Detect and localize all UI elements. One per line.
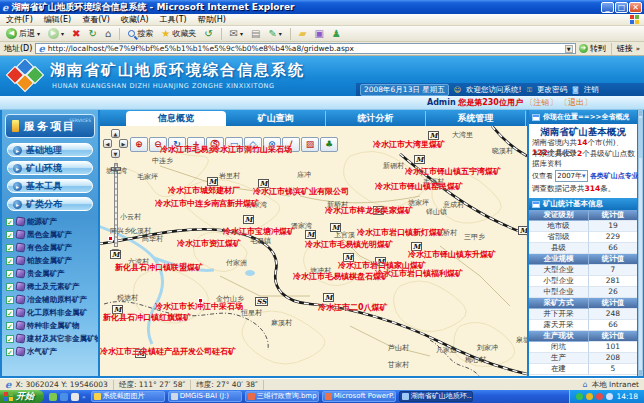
layer-label[interactable]: 建材及其它非金属矿物: [27, 334, 98, 344]
mine-label[interactable]: 冷水江市大湾里煤矿: [373, 139, 445, 150]
scroll-thumb[interactable]: [639, 118, 642, 158]
menu-item[interactable]: 查看(V): [82, 14, 110, 25]
refresh-button[interactable]: ↻: [86, 28, 98, 40]
favorites-button[interactable]: ★收藏夹: [159, 27, 198, 40]
back-button[interactable]: ◀后退▾: [4, 27, 42, 40]
mine-marker[interactable]: M: [243, 215, 254, 224]
layer-checkbox[interactable]: ✓: [6, 296, 14, 304]
mine-label[interactable]: 冷水江市宝塘冲煤矿: [223, 226, 295, 237]
welcome-link[interactable]: 欢迎您访问系统!: [466, 85, 522, 95]
panel-scrollbar[interactable]: [638, 110, 643, 376]
mine-label[interactable]: 冷水江市二0八煤矿: [318, 302, 388, 313]
mine-marker[interactable]: M: [305, 230, 316, 239]
mine-label[interactable]: 冷水江市三尖镇硅产品开发公司硅石矿: [100, 346, 236, 357]
tray-icon[interactable]: [606, 393, 613, 400]
mine-label[interactable]: 冷水江市洞竹山采石场: [212, 144, 292, 155]
mine-marker[interactable]: M: [414, 155, 425, 164]
forward-button[interactable]: ▶▾: [46, 27, 66, 40]
mine-label[interactable]: 冷水江市毛易镇光明煤矿: [305, 239, 393, 250]
sidebar-menu-button[interactable]: ▸ 基础地理: [7, 143, 93, 157]
mine-label[interactable]: 冷水江市铎山镇东升煤矿: [408, 249, 496, 260]
sidebar-menu-button[interactable]: ▸ 矿类分布: [7, 197, 93, 211]
quick-launch-chevron[interactable]: »: [82, 393, 86, 400]
task-button[interactable]: 湖南省矿山地质环...: [399, 391, 473, 402]
folders-button[interactable]: ▰: [297, 28, 309, 40]
mine-label[interactable]: 冷水江市铎山镇五宇湾煤矿: [405, 166, 501, 177]
layer-label[interactable]: 能源矿产: [27, 217, 57, 227]
mine-label[interactable]: 冷水江市毛易镇棋盘石煤矿: [293, 271, 389, 282]
mine-label[interactable]: 冷水江市资江煤矿: [177, 238, 241, 249]
map-tool-button[interactable]: ⊕: [130, 137, 148, 152]
category-link[interactable]: 各类矿山点专业: [590, 172, 639, 180]
print-button[interactable]: ▤: [249, 28, 262, 40]
menu-item[interactable]: 收藏(A): [121, 14, 149, 25]
tray-icon[interactable]: [596, 393, 603, 400]
close-button[interactable]: ✕: [629, 2, 642, 13]
mine-label[interactable]: 冷水江市梓龙乡吴家煤矿: [325, 205, 413, 216]
history-button[interactable]: ↺: [202, 28, 214, 40]
minimize-button[interactable]: _: [601, 2, 614, 13]
menu-item[interactable]: 工具(T): [160, 14, 187, 25]
layer-label[interactable]: 稀土及元素矿产: [27, 282, 80, 292]
layer-checkbox[interactable]: ✓: [6, 283, 14, 291]
tab[interactable]: 统计分析: [326, 111, 426, 126]
sidebar-menu-button[interactable]: ▸ 矿山环境: [7, 161, 93, 175]
map-view[interactable]: ▲ ◀ ▶ ▼ − ⊕⊖↻+Ⓢ▭◇⊙∕▨♣ MMMMMMMMMMMMMMMM S…: [100, 126, 527, 376]
layer-checkbox[interactable]: ✓: [6, 335, 14, 343]
layer-checkbox[interactable]: ✓: [6, 348, 14, 356]
layer-checkbox[interactable]: ✓: [6, 218, 14, 226]
exit-link[interactable]: 〔退出〕: [560, 98, 592, 107]
layer-label[interactable]: 冶金辅助原料矿产: [27, 295, 87, 305]
menu-item[interactable]: 帮助(H): [198, 14, 226, 25]
layer-label[interactable]: 黑色金属矿产: [27, 230, 72, 240]
start-button[interactable]: 开始: [0, 390, 44, 403]
mine-label[interactable]: 冷水江市锑滨矿业有限公司: [253, 186, 349, 197]
task-button[interactable]: DMGIS-BAI (J:): [168, 391, 242, 402]
mine-marker[interactable]: M: [323, 293, 334, 302]
layer-label[interactable]: 水气矿产: [27, 347, 57, 357]
url-dropdown-button[interactable]: ▼: [565, 45, 573, 53]
mine-label[interactable]: 冷水江市长冲江中采石场: [155, 301, 243, 312]
map-tool-button[interactable]: ▨: [301, 137, 319, 152]
mine-label[interactable]: 新化县石冲口镇红旗煤矿: [103, 312, 191, 323]
site-marker[interactable]: [108, 236, 113, 241]
tab[interactable]: 系统管理: [426, 111, 526, 126]
messenger-button[interactable]: ♟: [330, 28, 343, 40]
layer-checkbox[interactable]: ✓: [6, 244, 14, 252]
sidebar-menu-button[interactable]: ▸ 基本工具: [7, 179, 93, 193]
ss-marker[interactable]: SS: [255, 297, 268, 306]
mine-marker[interactable]: M: [518, 226, 527, 235]
layer-label[interactable]: 铂族金属矿产: [27, 256, 72, 266]
layer-label[interactable]: 有色金属矿产: [27, 243, 72, 253]
task-button[interactable]: Microsoft PowerP...: [322, 391, 396, 402]
address-input[interactable]: e http://localhost/%e7%9f%bf%e5%b1%b1%e5…: [35, 43, 575, 54]
window-titlebar[interactable]: e 湖南省矿山地质环境综合信息系统 - Microsoft Internet E…: [0, 0, 644, 14]
mine-label[interactable]: 冷水江市毛易乡: [160, 144, 216, 155]
tab[interactable]: 信息概览: [126, 111, 226, 126]
logout-link[interactable]: 注销: [584, 85, 599, 95]
mine-label[interactable]: 冷水江市城郊建材厂: [168, 185, 240, 196]
maximize-button[interactable]: □: [615, 2, 628, 13]
layer-label[interactable]: 特种非金属矿物: [27, 321, 80, 331]
home-button[interactable]: ⌂: [103, 28, 113, 40]
quick-launch-icon[interactable]: [60, 393, 68, 401]
tray-icon[interactable]: [586, 393, 593, 400]
quick-launch-icon[interactable]: [71, 393, 79, 401]
mine-label[interactable]: 新化县石冲口镇联盟煤矿: [115, 262, 203, 273]
layer-checkbox[interactable]: ✓: [6, 322, 14, 330]
layer-checkbox[interactable]: ✓: [6, 231, 14, 239]
layer-label[interactable]: 贵金属矿产: [27, 269, 65, 279]
menu-item[interactable]: 文件(F): [6, 14, 33, 25]
layer-checkbox[interactable]: ✓: [6, 309, 14, 317]
links-label[interactable]: 链接: [617, 43, 633, 54]
layer-checkbox[interactable]: ✓: [6, 270, 14, 278]
map-tool-button[interactable]: ♣: [320, 137, 338, 152]
layer-checkbox[interactable]: ✓: [6, 257, 14, 265]
quick-launch-icon[interactable]: [49, 393, 57, 401]
mine-label[interactable]: 冷水江市中连乡南宫新井煤矿: [155, 198, 259, 209]
tab[interactable]: 矿山查询: [226, 111, 326, 126]
layer-label[interactable]: 化工原料非金属矿: [27, 308, 87, 318]
task-button[interactable]: 系统截图图片: [91, 391, 165, 402]
mail-button[interactable]: ✉▾: [228, 28, 245, 40]
tray-icon[interactable]: [576, 393, 583, 400]
